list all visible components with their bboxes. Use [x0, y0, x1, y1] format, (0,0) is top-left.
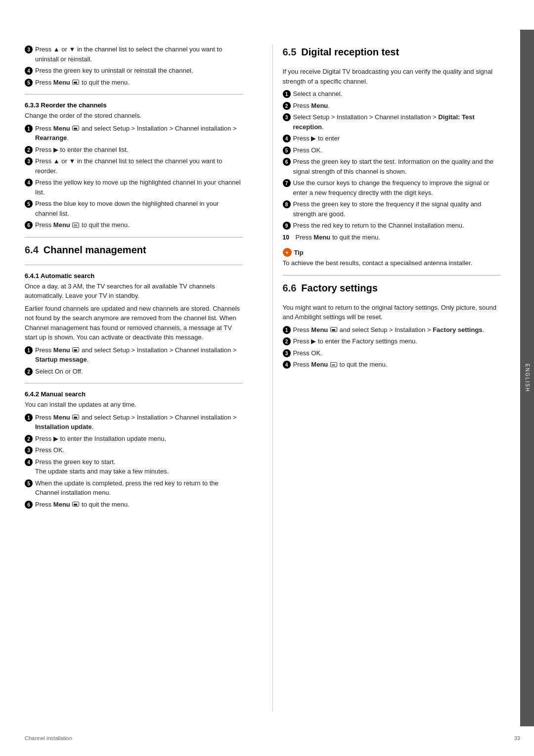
step-number: 2 — [25, 146, 33, 154]
step-item: 4 Press the yellow key to move up the hi… — [25, 178, 243, 197]
divider — [25, 383, 243, 383]
step-number: 1 — [25, 414, 33, 422]
step-number: 3 — [283, 113, 291, 121]
auto-search-intro1: Once a day, at 3 AM, the TV searches for… — [25, 282, 243, 301]
step-number: 2 — [283, 337, 291, 345]
step-item: 1 Press Menu and select Setup > Installa… — [25, 413, 243, 432]
tip-title: + Tip — [283, 248, 501, 257]
step-number: 6 — [25, 221, 33, 229]
step-item: 6 Press Menu to quit the menu. — [25, 500, 243, 510]
step-item: 3 Select Setup > Installation > Channel … — [283, 112, 501, 132]
step-text: Press the green key to uninstall or rein… — [35, 66, 243, 76]
step-item: 4 Press the green key to uninstall or re… — [25, 66, 243, 76]
divider — [25, 94, 243, 94]
section-65-num: 6.5 — [283, 47, 297, 58]
step-item: 3 Press ▲ or ▼ in the channel list to se… — [25, 45, 243, 64]
step-number: 1 — [25, 125, 33, 133]
menu-icon — [72, 347, 79, 352]
subsection-642-title: 6.4.2 Manual search — [25, 390, 243, 398]
section-65-title: Digital reception test — [301, 47, 399, 58]
section-64-title: Channel management — [44, 244, 146, 256]
step-text: Press Menu and select Setup > Installati… — [35, 345, 243, 365]
section-66-num: 6.6 — [283, 283, 297, 294]
right-column: 6.5 Digital reception test If you receiv… — [272, 45, 501, 711]
menu-icon — [72, 415, 79, 420]
subsection-641-title: 6.4.1 Automatic search — [25, 272, 243, 280]
step-number: 3 — [25, 157, 33, 165]
step-number: 4 — [25, 67, 33, 75]
language-tab: ENGLISH — [520, 30, 534, 726]
menu-icon — [330, 362, 337, 367]
step-number: 7 — [283, 179, 291, 187]
step-number: 1 — [25, 346, 33, 354]
step-item: 1 Select a channel. — [283, 89, 501, 99]
step-text: Press ▶ to enter the Installation update… — [35, 434, 243, 444]
step-text: Use the cursor keys to change the freque… — [293, 178, 501, 197]
step-text: Press the yellow key to move up the high… — [35, 178, 243, 197]
manual-search-steps: 1 Press Menu and select Setup > Installa… — [25, 413, 243, 510]
step-item: 3 Press ▲ or ▼ in the channel list to se… — [25, 156, 243, 176]
tip-label: Tip — [294, 249, 304, 256]
step-number: 2 — [25, 368, 33, 376]
step-number: 4 — [283, 361, 291, 369]
step-text: Press the green key to start.The update … — [35, 457, 243, 476]
subsection-633-title: 6.3.3 Reorder the channels — [25, 101, 243, 109]
step-text: Press Menu and select Setup > Installati… — [35, 413, 243, 432]
step-item: 8 Press the green key to store the frequ… — [283, 199, 501, 219]
step-item: 1 Press Menu and select Setup > Installa… — [25, 345, 243, 365]
digital-reception-intro: If you receive Digital TV broadcasting y… — [283, 67, 501, 86]
step-item: 4 Press ▶ to enter — [283, 134, 501, 143]
step-item: 6 Press the green key to start the test.… — [283, 157, 501, 176]
footer: Channel installation 33 — [25, 735, 520, 741]
step-number: 5 — [25, 479, 33, 487]
step-item: 10 Press Menu to quit the menu. — [283, 233, 501, 242]
divider — [283, 275, 501, 276]
step-item: 2 Press ▶ to enter the Factory settings … — [283, 336, 501, 346]
step-number: 2 — [25, 435, 33, 443]
step-item: 3 Press OK. — [25, 445, 243, 455]
step-item: 4 Press Menu to quit the menu. — [283, 360, 501, 370]
menu-icon — [330, 327, 337, 332]
factory-settings-intro: You might want to return to the original… — [283, 303, 501, 322]
menu-icon — [72, 126, 79, 131]
step-item: 6 Press Menu to quit the menu. — [25, 220, 243, 230]
step-item: 2 Press ▶ to enter the channel list. — [25, 145, 243, 155]
step-number: 2 — [283, 102, 291, 110]
step-text: Press ▶ to enter the channel list. — [35, 145, 243, 155]
divider — [25, 265, 243, 265]
factory-settings-steps: 1 Press Menu and select Setup > Installa… — [283, 325, 501, 370]
step-item: 1 Press Menu and select Setup > Installa… — [25, 124, 243, 143]
menu-icon — [72, 502, 79, 507]
step-number: 4 — [25, 179, 33, 187]
step-number: 3 — [25, 46, 33, 53]
step-text: Press Menu. — [293, 101, 501, 111]
step-item: 2 Press Menu. — [283, 101, 501, 111]
tip-text: To achieve the best results, contact a s… — [283, 258, 501, 268]
step-text: Press ▲ or ▼ in the channel list to sele… — [35, 156, 243, 176]
tip-icon: + — [283, 248, 292, 257]
step-text: Select On or Off. — [35, 367, 243, 377]
step-number: 5 — [25, 200, 33, 208]
section-64-header: 6.4 Channel management — [25, 242, 243, 261]
step-text: When the update is completed, press the … — [35, 478, 243, 498]
step-text: Press ▶ to enter the Factory settings me… — [293, 336, 501, 346]
step-text: Press ▲ or ▼ in the channel list to sele… — [35, 45, 243, 64]
step-text: Press Menu to quit the menu. — [35, 78, 243, 88]
step-text: Press OK. — [293, 348, 501, 358]
step-text: Press OK. — [35, 445, 243, 455]
step-item: 3 Press OK. — [283, 348, 501, 358]
main-content: 3 Press ▲ or ▼ in the channel list to se… — [0, 30, 520, 726]
step-number: 8 — [283, 200, 291, 208]
step-item: 4 Press the green key to start.The updat… — [25, 457, 243, 476]
step-text: Press Menu to quit the menu. — [296, 233, 501, 242]
step-text: Press Menu to quit the menu. — [293, 360, 501, 370]
step-text: Press the green key to store the frequen… — [293, 199, 501, 219]
step-number: 10 — [283, 233, 294, 242]
step-text: Press the blue key to move down the high… — [35, 199, 243, 218]
step-number: 4 — [25, 458, 33, 466]
footer-right: 33 — [514, 735, 520, 741]
language-label: ENGLISH — [525, 364, 530, 392]
step-item: 2 Select On or Off. — [25, 367, 243, 377]
step-number: 6 — [283, 158, 291, 166]
step-item: 7 Use the cursor keys to change the freq… — [283, 178, 501, 197]
